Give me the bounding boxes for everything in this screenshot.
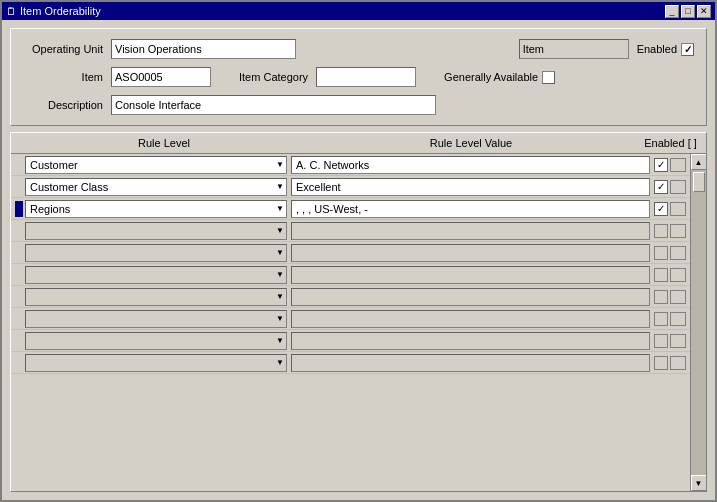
rule-value-cell-empty: [291, 332, 650, 350]
scroll-up-button[interactable]: ▲: [691, 154, 707, 170]
generally-available-label: Generally Available: [444, 71, 538, 83]
row-checkmark: ✓: [657, 181, 665, 192]
close-button[interactable]: ✕: [697, 5, 711, 18]
table-row: Customer ▼ A. C. Networks ✓: [11, 154, 690, 176]
description-label: Description: [23, 99, 103, 111]
dropdown-arrow-icon: ▼: [276, 292, 284, 301]
row-enabled-checkbox-empty[interactable]: [654, 356, 668, 370]
dropdown-arrow-icon: ▼: [276, 248, 284, 257]
table-rows: Customer ▼ A. C. Networks ✓: [11, 154, 690, 491]
rule-level-cell[interactable]: Regions ▼: [25, 200, 287, 218]
row-enabled-checkbox-empty[interactable]: [654, 246, 668, 260]
row-enabled-checkbox-empty[interactable]: [654, 312, 668, 326]
rule-level-value: Customer: [30, 159, 78, 171]
col-rule-value-header: Rule Level Value: [299, 137, 643, 149]
main-window: 🗒 Item Orderability _ □ ✕ Operating Unit…: [0, 0, 717, 502]
rule-value-cell-empty: [291, 222, 650, 240]
row-extra-cell: [670, 202, 686, 216]
generally-available-section: Generally Available: [444, 71, 555, 84]
table-row: ▼: [11, 330, 690, 352]
table-row: ▼: [11, 242, 690, 264]
minimize-button[interactable]: _: [665, 5, 679, 18]
rule-value-cell[interactable]: , , , US-West, -: [291, 200, 650, 218]
scroll-track[interactable]: [691, 170, 707, 475]
rule-value-text: A. C. Networks: [296, 159, 369, 171]
maximize-button[interactable]: □: [681, 5, 695, 18]
item-category-label: Item Category: [239, 71, 308, 83]
rule-level-cell-empty[interactable]: ▼: [25, 288, 287, 306]
row-enabled-checkbox-empty[interactable]: [654, 334, 668, 348]
row-enabled-checkbox-empty[interactable]: [654, 224, 668, 238]
row-indicator: [15, 223, 23, 239]
row-enabled-checkbox[interactable]: ✓: [654, 158, 668, 172]
scroll-down-button[interactable]: ▼: [691, 475, 707, 491]
row-checkmark: ✓: [657, 159, 665, 170]
rule-level-cell-empty[interactable]: ▼: [25, 222, 287, 240]
row-extra-cell: [670, 224, 686, 238]
top-panel: Operating Unit Item Enabled ✓ Item: [10, 28, 707, 126]
row-extra-cell: [670, 246, 686, 260]
rule-level-cell-empty[interactable]: ▼: [25, 310, 287, 328]
item-type-select[interactable]: Item: [519, 39, 629, 59]
table-row: ▼: [11, 264, 690, 286]
row-indicator: [15, 289, 23, 305]
row-indicator: [15, 355, 23, 371]
rule-value-cell-empty: [291, 244, 650, 262]
rule-level-cell-empty[interactable]: ▼: [25, 332, 287, 350]
rule-value-cell-empty: [291, 266, 650, 284]
row-indicator: [15, 311, 23, 327]
item-category-input[interactable]: [316, 67, 416, 87]
description-input[interactable]: [111, 95, 436, 115]
dropdown-arrow-icon: ▼: [276, 182, 284, 191]
table-row: Customer Class ▼ Excellent ✓: [11, 176, 690, 198]
row-indicator: [15, 179, 23, 195]
row-extra-cell: [670, 290, 686, 304]
enabled-checkbox[interactable]: ✓: [681, 43, 694, 56]
rule-level-value: Regions: [30, 203, 70, 215]
row-indicator: [15, 157, 23, 173]
row-extra-cell: [670, 312, 686, 326]
rule-level-cell-empty[interactable]: ▼: [25, 244, 287, 262]
rule-level-cell[interactable]: Customer ▼: [25, 156, 287, 174]
rule-level-cell[interactable]: Customer Class ▼: [25, 178, 287, 196]
title-bar-left: 🗒 Item Orderability: [6, 5, 101, 17]
row-enabled-checkbox[interactable]: ✓: [654, 180, 668, 194]
table-row: ▼: [11, 308, 690, 330]
rule-value-cell[interactable]: A. C. Networks: [291, 156, 650, 174]
rule-value-text: Excellent: [296, 181, 341, 193]
table-panel: Rule Level Rule Level Value Enabled [ ] …: [10, 132, 707, 492]
window-icon: 🗒: [6, 6, 16, 17]
rule-level-cell-empty[interactable]: ▼: [25, 354, 287, 372]
table-row: ▼: [11, 220, 690, 242]
col-rule-level-header: Rule Level: [29, 137, 299, 149]
dropdown-arrow-icon: ▼: [276, 314, 284, 323]
table-header: Rule Level Rule Level Value Enabled [ ]: [11, 133, 706, 154]
vertical-scrollbar[interactable]: ▲ ▼: [690, 154, 706, 491]
row-enabled-checkbox-empty[interactable]: [654, 268, 668, 282]
item-label: Item: [23, 71, 103, 83]
title-bar: 🗒 Item Orderability _ □ ✕: [2, 2, 715, 20]
row-enabled-checkbox[interactable]: ✓: [654, 202, 668, 216]
item-input[interactable]: [111, 67, 211, 87]
rule-level-cell-empty[interactable]: ▼: [25, 266, 287, 284]
scroll-thumb[interactable]: [693, 172, 705, 192]
row-indicator: [15, 245, 23, 261]
enabled-checkmark: ✓: [684, 44, 692, 55]
row-enabled-checkbox-empty[interactable]: [654, 290, 668, 304]
window-title: Item Orderability: [20, 5, 101, 17]
dropdown-arrow-icon: ▼: [276, 270, 284, 279]
generally-available-checkbox[interactable]: [542, 71, 555, 84]
dropdown-arrow-icon: ▼: [276, 336, 284, 345]
dropdown-arrow-icon: ▼: [276, 204, 284, 213]
row-extra-cell: [670, 356, 686, 370]
operating-unit-label: Operating Unit: [23, 43, 103, 55]
row-indicator: [15, 333, 23, 349]
dropdown-arrow-icon: ▼: [276, 358, 284, 367]
table-row: ▼: [11, 286, 690, 308]
operating-unit-input[interactable]: [111, 39, 296, 59]
row-indicator: [15, 267, 23, 283]
row-checkmark: ✓: [657, 203, 665, 214]
rule-value-cell[interactable]: Excellent: [291, 178, 650, 196]
row-extra-cell: [670, 334, 686, 348]
row-extra-cell: [670, 158, 686, 172]
